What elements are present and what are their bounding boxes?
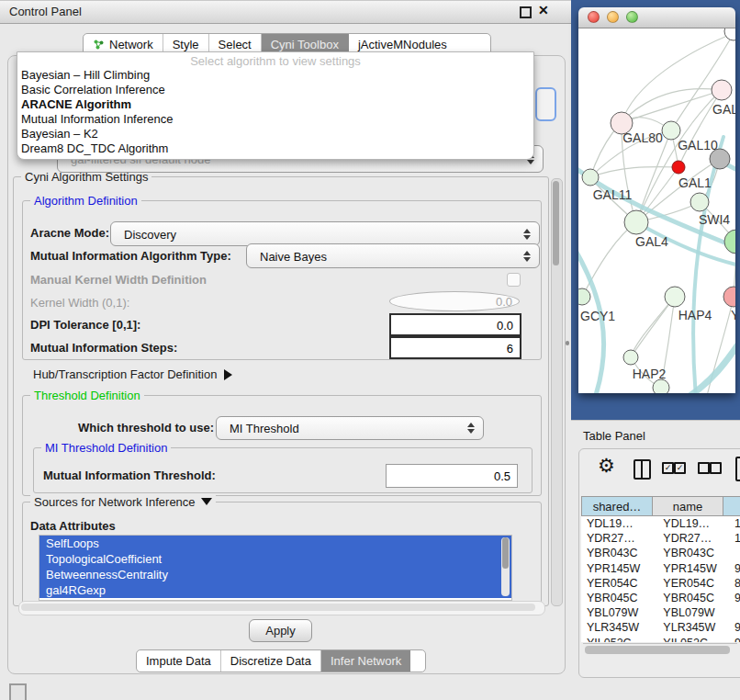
table-panel-box: ⚙ ✓ ✓ shared… name YDL19…YDL19…13 YDR27…… — [578, 448, 740, 678]
new-table-icon[interactable] — [735, 457, 740, 481]
float-panel-icon[interactable] — [520, 6, 532, 18]
network-node[interactable] — [724, 28, 735, 40]
hub-definition-expander[interactable]: Hub/Transcription Factor Definition — [33, 367, 232, 381]
which-threshold-value: MI Threshold — [230, 422, 299, 435]
dropdown-item-dream8[interactable]: Dream8 DC_TDC Algorithm — [17, 141, 533, 156]
network-node[interactable] — [672, 161, 685, 174]
attribute-betweennesscentrality[interactable]: BetweennessCentrality — [39, 567, 511, 582]
mi-threshold-input[interactable]: 0.5 — [386, 464, 518, 488]
settings-horizontal-scrollbar[interactable] — [18, 601, 545, 615]
column-header-clipped[interactable] — [723, 496, 740, 516]
threshold-definition-legend: Threshold Definition — [30, 389, 144, 402]
table-row[interactable]: YPR145WYPR145W9. — [581, 561, 740, 576]
node-label: Y — [731, 308, 735, 322]
column-header-name[interactable]: name — [653, 496, 723, 516]
column-browser-icon[interactable] — [633, 459, 651, 480]
minimize-window-icon[interactable] — [607, 11, 619, 23]
manual-kernel-checkbox[interactable] — [507, 273, 521, 287]
sources-legend[interactable]: Sources for Network Inference — [30, 495, 216, 509]
unchecked-checkbox-icon[interactable] — [710, 462, 722, 474]
dropdown-item-bayesian-hill[interactable]: Bayesian – Hill Climbing — [17, 68, 533, 83]
manual-kernel-label: Manual Kernel Width Definition — [30, 273, 207, 287]
kernel-width-input[interactable]: 0.0 — [389, 291, 520, 311]
tab-infer-network[interactable]: Infer Network — [321, 650, 410, 672]
table-row[interactable]: YDL19…YDL19…13 — [581, 516, 740, 531]
dropdown-item-mutual-information[interactable]: Mutual Information Inference — [17, 112, 533, 127]
table-row[interactable]: YER054CYER054C8. — [581, 576, 740, 591]
table-body[interactable]: YDL19…YDL19…13 YDR27…YDR27…12 YBR043CYBR… — [581, 516, 740, 642]
close-panel-icon[interactable]: ✕ — [538, 3, 549, 17]
table-row[interactable]: YBL079WYBL079W — [581, 605, 740, 620]
aracne-mode-value: Discovery — [124, 227, 176, 241]
apply-button[interactable]: Apply — [249, 619, 312, 642]
dropdown-placeholder: Select algorithm to view settings — [17, 52, 533, 68]
attribute-selfloops[interactable]: SelfLoops — [39, 536, 511, 551]
combo-arrows-icon — [467, 423, 475, 434]
collapse-arrow-icon — [201, 498, 212, 505]
dropdown-item-aracne[interactable]: ARACNE Algorithm — [17, 97, 533, 112]
aracne-mode-combo[interactable]: Discovery — [110, 221, 540, 246]
mi-steps-label: Mutual Information Steps: — [30, 341, 177, 355]
aracne-mode-label: Aracne Mode: — [30, 226, 109, 240]
table-row[interactable]: YLR345WYLR345W9. — [581, 620, 740, 635]
mi-algorithm-type-label: Mutual Information Algorithm Type: — [30, 249, 231, 263]
table-row[interactable]: YIL052CYIL052C9 — [581, 636, 740, 643]
attribute-topologicalcoefficient[interactable]: TopologicalCoefficient — [39, 551, 511, 567]
attribute-list-scrollbar[interactable] — [501, 537, 510, 596]
algorithm-dropdown-list: Select algorithm to view settings Bayesi… — [17, 51, 534, 160]
network-edge[interactable] — [590, 167, 678, 177]
node-label: GAL10 — [678, 138, 718, 152]
cyni-bottom-tabs: Impute Data Discretize Data Infer Networ… — [136, 649, 426, 672]
node-label: GAL1 — [678, 175, 712, 190]
mi-steps-input[interactable]: 6 — [389, 336, 521, 359]
kernel-width-label: Kernel Width (0,1): — [30, 296, 129, 310]
zoom-window-icon[interactable] — [626, 11, 638, 23]
unchecked-checkbox-icon[interactable] — [698, 462, 710, 474]
network-node-gal4[interactable] — [624, 210, 648, 234]
dpi-tolerance-input[interactable]: 0.0 — [389, 313, 521, 336]
table-row[interactable]: YBR043CYBR043C — [581, 546, 740, 560]
network-window-titlebar[interactable] — [578, 7, 735, 28]
column-header-shared[interactable]: shared… — [581, 496, 653, 516]
network-canvas[interactable]: GALGAL80GAL10GAL1GAL11GAL4SWI4GCY1HAP4YH… — [578, 28, 735, 393]
mi-algorithm-type-combo[interactable]: Naive Bayes — [246, 243, 540, 268]
node-label: GAL80 — [622, 130, 663, 145]
network-edge[interactable] — [622, 90, 722, 123]
dropdown-item-basic-correlation[interactable]: Basic Correlation Inference — [17, 83, 533, 97]
settings-scrollbar-thumb[interactable] — [553, 181, 559, 265]
network-node-swi4[interactable] — [724, 230, 735, 254]
settings-vertical-scrollbar[interactable] — [551, 178, 563, 606]
network-node-gal10[interactable] — [662, 121, 680, 140]
table-row[interactable]: YBR045CYBR045C9. — [581, 591, 740, 605]
network-node-gal[interactable] — [712, 80, 732, 100]
tab-discretize-data[interactable]: Discretize Data — [221, 650, 321, 672]
network-view-window: GALGAL80GAL10GAL1GAL11GAL4SWI4GCY1HAP4YH… — [578, 7, 735, 392]
gear-icon[interactable]: ⚙ — [598, 455, 615, 477]
network-node-gal11[interactable] — [582, 169, 599, 186]
network-node-hap2[interactable] — [623, 350, 638, 365]
which-threshold-combo[interactable]: MI Threshold — [216, 416, 484, 440]
attribute-gal4rgexp[interactable]: gal4RGexp — [39, 582, 511, 598]
network-node-gcy1[interactable] — [578, 288, 590, 305]
panel-dock-icon[interactable] — [9, 683, 27, 700]
dropdown-item-bayesian-k2[interactable]: Bayesian – K2 — [17, 127, 533, 141]
close-window-icon[interactable] — [588, 11, 600, 23]
network-edge[interactable] — [631, 297, 675, 357]
tab-impute-data[interactable]: Impute Data — [137, 650, 221, 672]
table-row[interactable]: YDR27…YDR27…12 — [581, 531, 740, 546]
network-node-y[interactable] — [723, 287, 735, 307]
which-threshold-label: Which threshold to use: — [78, 421, 214, 435]
network-node-hap4[interactable] — [665, 287, 685, 307]
network-node-gal1[interactable] — [690, 193, 709, 211]
table-horizontal-scrollbar[interactable] — [583, 643, 737, 656]
table-header-row: shared… name — [581, 496, 740, 516]
panel-divider-handle[interactable] — [566, 341, 569, 345]
node-label: GAL — [712, 102, 735, 117]
expander-arrow-icon — [224, 369, 232, 380]
network-node[interactable] — [653, 379, 669, 393]
control-panel-titlebar: Control Panel ✕ — [0, 0, 571, 24]
node-label: HAP2 — [633, 367, 667, 381]
checked-checkbox-icon[interactable]: ✓ — [662, 462, 674, 474]
node-label: GAL4 — [635, 234, 668, 249]
checked-checkbox-icon[interactable]: ✓ — [674, 462, 686, 474]
